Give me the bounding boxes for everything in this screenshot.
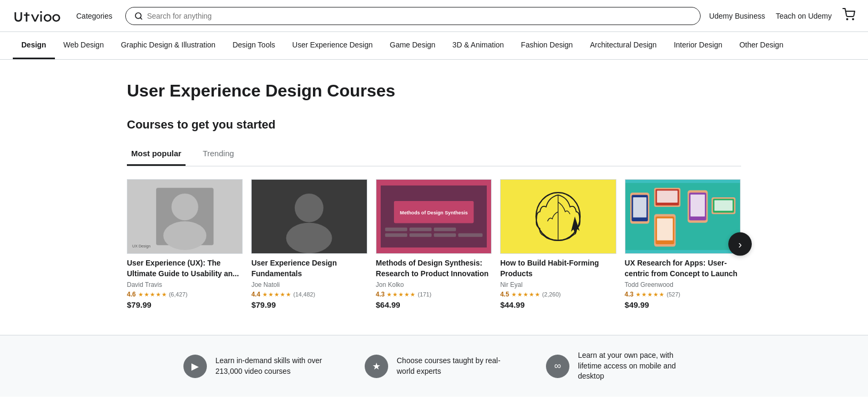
course-card-4[interactable]: How to Build Habit-Forming Products Nir …	[500, 179, 616, 314]
next-button[interactable]: ›	[728, 232, 752, 256]
search-bar	[125, 7, 701, 25]
svg-rect-38	[714, 200, 732, 211]
svg-rect-21	[458, 234, 483, 237]
svg-rect-32	[657, 191, 678, 203]
page-title: User Experience Design Courses	[127, 81, 741, 101]
svg-line-1	[140, 18, 142, 19]
course-4-rating-row: 4.5 ★★★★★ (2,260)	[500, 291, 616, 298]
course-5-rating: 4.3	[625, 291, 634, 298]
svg-point-10	[295, 194, 324, 222]
nav-item-architectural-design[interactable]: Architectural Design	[581, 32, 665, 59]
svg-rect-16	[409, 228, 432, 231]
course-4-count: (2,260)	[542, 291, 561, 298]
svg-rect-29	[633, 197, 646, 218]
course-2-author: Joe Natoli	[251, 281, 367, 288]
play-icon: ▶	[183, 355, 207, 378]
search-input[interactable]	[147, 12, 692, 20]
udemy-business-link[interactable]: Udemy Business	[709, 12, 765, 20]
course-card-2[interactable]: User Experience Design Fundamentals Joe …	[251, 179, 367, 314]
course-1-price: $79.99	[127, 300, 243, 309]
banner-text-video: Learn in-demand skills with over 213,000…	[215, 356, 322, 376]
course-2-title: User Experience Design Fundamentals	[251, 258, 367, 279]
nav-item-ux-design[interactable]: User Experience Design	[284, 32, 381, 59]
course-2-count: (14,482)	[293, 291, 315, 298]
course-card-5[interactable]: UX Research for Apps: User-centric from …	[625, 179, 741, 314]
nav-item-interior-design[interactable]: Interior Design	[665, 32, 731, 59]
footer-banner: ▶ Learn in-demand skills with over 213,0…	[0, 335, 868, 397]
course-5-stars: ★★★★★	[636, 291, 664, 298]
course-4-stars: ★★★★★	[511, 291, 540, 298]
categories-button[interactable]: Categories	[72, 10, 117, 22]
course-5-count: (527)	[666, 291, 680, 298]
nav-item-fashion-design[interactable]: Fashion Design	[512, 32, 581, 59]
svg-rect-17	[433, 228, 456, 231]
svg-point-7	[163, 221, 206, 250]
star-icon: ★	[365, 355, 388, 378]
course-4-author: Nir Eyal	[500, 281, 616, 288]
tab-most-popular[interactable]: Most popular	[127, 142, 186, 166]
course-4-title: How to Build Habit-Forming Products	[500, 258, 616, 279]
svg-point-3	[853, 19, 854, 20]
course-4-price: $44.99	[500, 300, 616, 309]
svg-text:Methods of Design Synthesis: Methods of Design Synthesis	[400, 210, 468, 215]
course-3-author: Jon Kolko	[376, 281, 492, 288]
course-2-rating: 4.4	[251, 291, 260, 298]
course-5-title: UX Research for Apps: User-centric from …	[625, 258, 741, 279]
cart-icon[interactable]	[842, 8, 855, 24]
header-right: Udemy Business Teach on Udemy	[709, 8, 855, 24]
course-1-count: (6,427)	[169, 291, 188, 298]
nav-item-graphic-design[interactable]: Graphic Design & Illustration	[112, 32, 224, 59]
course-card-1[interactable]: UX Design User Experience (UX): The Ulti…	[127, 179, 243, 314]
course-1-rating: 4.6	[127, 291, 136, 298]
search-icon	[134, 12, 143, 20]
header: Categories Udemy Business Teach on Udemy	[0, 0, 868, 32]
course-3-rating-row: 4.3 ★★★★★ (171)	[376, 291, 492, 298]
banner-text-lifetime: Learn at your own pace, with lifetime ac…	[578, 350, 685, 382]
courses-row: UX Design User Experience (UX): The Ulti…	[127, 179, 741, 314]
svg-point-2	[847, 19, 848, 20]
course-5-price: $49.99	[625, 300, 741, 309]
nav-item-web-design[interactable]: Web Design	[55, 32, 112, 59]
course-5-author: Todd Greenwood	[625, 281, 741, 288]
svg-rect-41	[657, 219, 673, 240]
nav-item-other-design[interactable]: Other Design	[731, 32, 792, 59]
banner-text-experts: Choose courses taught by real-world expe…	[397, 356, 503, 376]
svg-point-6	[172, 194, 198, 220]
course-1-author: David Travis	[127, 281, 243, 288]
course-1-stars: ★★★★★	[138, 291, 167, 298]
logo[interactable]	[13, 7, 61, 25]
tab-trending[interactable]: Trending	[198, 142, 238, 166]
svg-point-11	[286, 223, 332, 253]
nav-item-3d-animation[interactable]: 3D & Animation	[444, 32, 513, 59]
teach-link[interactable]: Teach on Udemy	[776, 12, 832, 20]
nav-item-game-design[interactable]: Game Design	[381, 32, 444, 59]
svg-rect-20	[433, 234, 456, 237]
banner-item-experts: ★ Choose courses taught by real-world ex…	[365, 355, 503, 378]
course-3-price: $64.99	[376, 300, 492, 309]
infinity-icon: ∞	[546, 355, 569, 378]
svg-rect-19	[409, 234, 432, 237]
category-nav: Design Web Design Graphic Design & Illus…	[0, 32, 868, 60]
course-4-rating: 4.5	[500, 291, 509, 298]
course-3-stars: ★★★★★	[387, 291, 415, 298]
svg-rect-15	[385, 228, 407, 231]
svg-rect-35	[690, 195, 705, 216]
course-tabs: Most popular Trending	[127, 142, 741, 166]
course-2-price: $79.99	[251, 300, 367, 309]
nav-item-design-tools[interactable]: Design Tools	[224, 32, 284, 59]
course-card-3[interactable]: Methods of Design Synthesis Methods of D…	[376, 179, 492, 314]
svg-text:UX Design: UX Design	[132, 244, 150, 248]
course-2-rating-row: 4.4 ★★★★★ (14,482)	[251, 291, 367, 298]
course-3-title: Methods of Design Synthesis: Research to…	[376, 258, 492, 279]
nav-item-design[interactable]: Design	[13, 32, 55, 59]
banner-item-video: ▶ Learn in-demand skills with over 213,0…	[183, 355, 322, 378]
course-2-stars: ★★★★★	[262, 291, 291, 298]
svg-rect-18	[385, 234, 407, 237]
course-5-rating-row: 4.3 ★★★★★ (527)	[625, 291, 741, 298]
section-title: Courses to get you started	[127, 118, 741, 132]
main-content: User Experience Design Courses Courses t…	[114, 60, 754, 335]
course-3-count: (171)	[417, 291, 431, 298]
banner-item-lifetime: ∞ Learn at your own pace, with lifetime …	[546, 350, 685, 382]
course-3-rating: 4.3	[376, 291, 385, 298]
course-1-rating-row: 4.6 ★★★★★ (6,427)	[127, 291, 243, 298]
